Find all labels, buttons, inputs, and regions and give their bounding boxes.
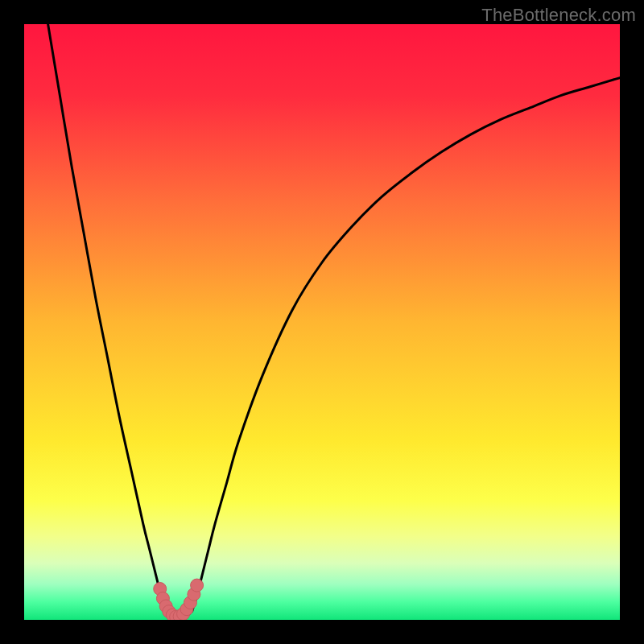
gradient-background (24, 24, 620, 620)
watermark-text: TheBottleneck.com (481, 5, 636, 26)
valley-marker (191, 579, 204, 592)
chart-frame (24, 24, 620, 620)
bottleneck-chart (24, 24, 620, 620)
